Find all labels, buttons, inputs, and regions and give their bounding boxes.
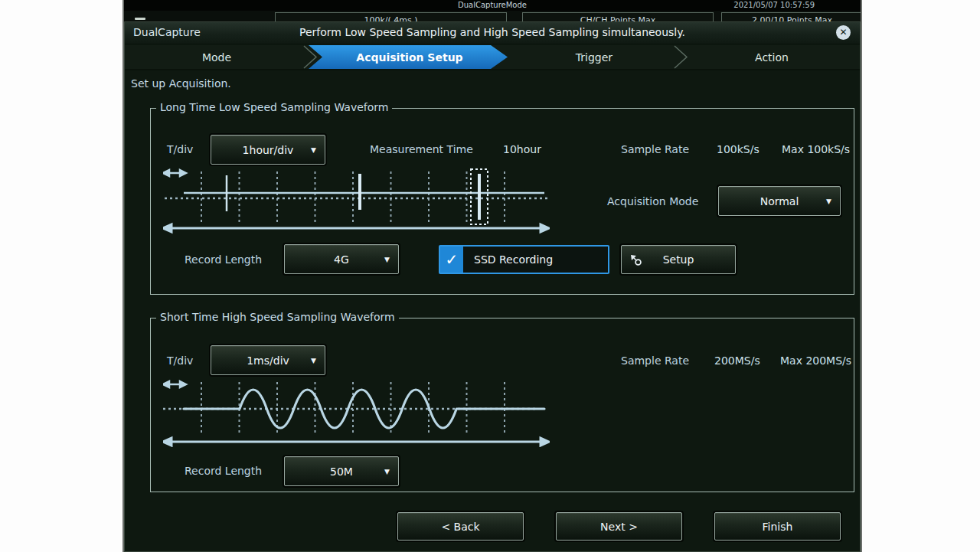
low-record-length-label: Record Length — [185, 253, 262, 266]
wizard-tabbar: Mode Acquisition Setup Trigger Action — [125, 45, 860, 70]
tab-trigger-label: Trigger — [576, 51, 612, 64]
measurement-time-value: 10hour — [503, 143, 541, 155]
high-record-length-value: 50M — [330, 465, 353, 478]
next-button[interactable]: Next > — [556, 512, 682, 541]
high-sample-rate-max: Max 200MS/s — [780, 354, 851, 367]
chevron-down-icon: ▼ — [311, 357, 316, 364]
time-span-arrow-icon — [163, 438, 549, 446]
dialog-title: DualCapture — [133, 26, 201, 38]
dialog-titlebar: DualCapture Perform Low Speed Sampling a… — [125, 22, 860, 44]
one-division-arrow-icon — [163, 381, 186, 387]
tab-mode[interactable]: Mode — [125, 45, 309, 69]
close-icon[interactable]: ✕ — [836, 25, 851, 40]
finish-button-label: Finish — [763, 521, 793, 533]
low-tdiv-label: T/div — [167, 143, 193, 155]
tab-action[interactable]: Action — [681, 45, 862, 69]
status-points-info-1: CH/CH Points Max — [522, 12, 714, 21]
next-button-label: Next > — [600, 521, 638, 533]
finish-button[interactable]: Finish — [714, 512, 841, 541]
high-record-length-label: Record Length — [185, 465, 262, 477]
ssd-recording-label: SSD Recording — [474, 253, 553, 266]
tab-acquisition-setup-label: Acquisition Setup — [356, 51, 462, 64]
low-record-length-dropdown[interactable]: 4G ▼ — [284, 244, 399, 274]
high-record-length-dropdown[interactable]: 50M ▼ — [284, 456, 399, 486]
status-bar-row2: 100k/( 4ms ) CH/CH Points Max 2.00/10 Po… — [124, 11, 861, 21]
high-tdiv-value: 1ms/div — [247, 354, 289, 367]
status-points-info-2: 2.00/10 Points Max — [721, 12, 861, 21]
high-tdiv-label: T/div — [167, 354, 193, 367]
dualcapture-dialog: DualCapture Perform Low Speed Sampling a… — [124, 21, 861, 552]
chevron-down-icon: ▼ — [384, 468, 390, 475]
setup-button-label: Setup — [663, 253, 694, 266]
one-division-arrow-icon — [163, 170, 186, 176]
measurement-time-label: Measurement Time — [370, 143, 473, 155]
status-datetime: 2021/05/07 10:57:59 — [733, 1, 815, 9]
status-record-info: 100k/( 4ms ) — [275, 12, 507, 21]
tab-action-label: Action — [755, 51, 789, 64]
chevron-down-icon: ▼ — [384, 256, 390, 263]
low-sample-rate-value: 100kS/s — [717, 143, 760, 155]
time-span-arrow-icon — [163, 224, 549, 232]
dialog-description: Perform Low Speed Sampling and High Spee… — [299, 26, 685, 38]
back-button[interactable]: < Back — [397, 512, 524, 541]
acquisition-mode-value: Normal — [760, 195, 799, 207]
low-record-length-value: 4G — [334, 253, 349, 266]
high-sample-rate-value: 200MS/s — [714, 354, 760, 367]
page-instruction: Set up Acquisition. — [131, 77, 231, 90]
chevron-down-icon: ▼ — [826, 198, 831, 205]
open-setup-dialog-icon — [629, 253, 643, 267]
checkbox-check-icon: ✓ — [440, 247, 463, 273]
tab-mode-label: Mode — [202, 51, 231, 64]
chevron-down-icon: ▼ — [311, 146, 316, 154]
low-speed-legend: Long Time Low Speed Sampling Waveform — [156, 101, 392, 113]
acquisition-mode-label: Acquisition Mode — [607, 195, 698, 207]
tab-trigger[interactable]: Trigger — [508, 45, 681, 69]
ssd-setup-button[interactable]: Setup — [621, 245, 736, 274]
clipped-ui-fragment — [135, 18, 145, 20]
ssd-recording-checkbox[interactable]: ✓ SSD Recording — [439, 245, 609, 274]
page: DualCaptureMode 2021/05/07 10:57:59 100k… — [0, 0, 980, 552]
low-tdiv-dropdown[interactable]: 1hour/div ▼ — [211, 135, 325, 165]
high-speed-legend: Short Time High Speed Sampling Waveform — [156, 311, 399, 323]
low-tdiv-value: 1hour/div — [243, 144, 294, 156]
back-button-label: < Back — [441, 521, 479, 533]
tab-acquisition-setup[interactable]: Acquisition Setup — [318, 45, 501, 69]
low-sample-rate-max: Max 100kS/s — [782, 143, 850, 155]
low-sample-rate-label: Sample Rate — [621, 143, 689, 155]
acquisition-mode-dropdown[interactable]: Normal ▼ — [718, 186, 841, 216]
low-speed-waveform-diagram — [163, 166, 550, 235]
instrument-screen: DualCaptureMode 2021/05/07 10:57:59 100k… — [122, 0, 862, 552]
high-tdiv-dropdown[interactable]: 1ms/div ▼ — [211, 345, 325, 375]
high-speed-waveform-diagram — [163, 378, 550, 447]
high-sample-rate-label: Sample Rate — [621, 354, 689, 367]
status-bar: DualCaptureMode 2021/05/07 10:57:59 — [124, 0, 861, 11]
